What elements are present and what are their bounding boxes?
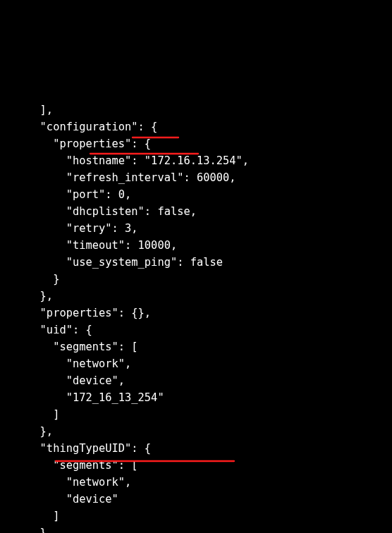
code-line: "timeout": 10000, — [1, 237, 391, 254]
code-text: }, — [1, 527, 53, 533]
code-line: "properties": { — [1, 135, 391, 152]
code-text: "properties": { — [1, 137, 151, 150]
code-text: "device" — [1, 493, 118, 506]
code-text: "network", — [1, 476, 131, 489]
code-line: "segments": [ — [1, 338, 391, 355]
code-text: ] — [1, 408, 59, 421]
code-text: "hostname": "172.16.13.254", — [1, 154, 249, 167]
code-line: }, — [1, 288, 391, 305]
code-line: "device" — [1, 491, 391, 508]
code-text: ], — [1, 104, 53, 116]
code-text: }, — [1, 290, 53, 302]
code-text: } — [1, 273, 59, 286]
code-text: "segments": [ — [1, 341, 138, 353]
code-text: "device", — [1, 374, 125, 387]
code-line: "port": 0, — [1, 186, 391, 203]
code-text: "segments": [ — [1, 459, 138, 472]
code-text: "172_16_13_254" — [1, 391, 164, 404]
code-line: ] — [1, 508, 391, 525]
code-text: "retry": 3, — [1, 222, 138, 235]
code-line: "use_system_ping": false — [1, 254, 391, 271]
code-line: "device", — [1, 372, 391, 389]
code-line: "thingTypeUID": { — [1, 440, 391, 457]
code-text: "use_system_ping": false — [1, 256, 223, 269]
terminal-output: ], "configuration": { "properties": { "h… — [1, 68, 391, 533]
code-text: "network", — [1, 357, 131, 370]
code-line: "dhcplisten": false, — [1, 203, 391, 220]
code-text: "uid": { — [1, 324, 92, 336]
code-text: "properties": {}, — [1, 307, 151, 319]
code-text: "timeout": 10000, — [1, 239, 177, 252]
code-text: "refresh_interval": 60000, — [1, 171, 236, 184]
code-line: }, — [1, 525, 391, 533]
code-line: "refresh_interval": 60000, — [1, 169, 391, 186]
code-line: "network", — [1, 474, 391, 491]
code-text: }, — [1, 425, 53, 438]
code-text: "port": 0, — [1, 188, 131, 201]
code-line: "network", — [1, 355, 391, 372]
code-line: "172_16_13_254" — [1, 389, 391, 406]
code-line: "uid": { — [1, 321, 391, 338]
code-text: "configuration": { — [1, 121, 157, 133]
code-line: "configuration": { — [1, 118, 391, 135]
code-text: ] — [1, 510, 59, 522]
code-line: "retry": 3, — [1, 220, 391, 237]
code-line: "properties": {}, — [1, 305, 391, 321]
code-line: } — [1, 271, 391, 288]
code-line: "hostname": "172.16.13.254", — [1, 152, 391, 169]
code-text: "thingTypeUID": { — [1, 442, 151, 455]
code-text: "dhcplisten": false, — [1, 205, 197, 218]
code-line: ] — [1, 406, 391, 423]
code-line: }, — [1, 423, 391, 440]
code-line: "segments": [ — [1, 457, 391, 474]
code-line: ], — [1, 102, 391, 118]
